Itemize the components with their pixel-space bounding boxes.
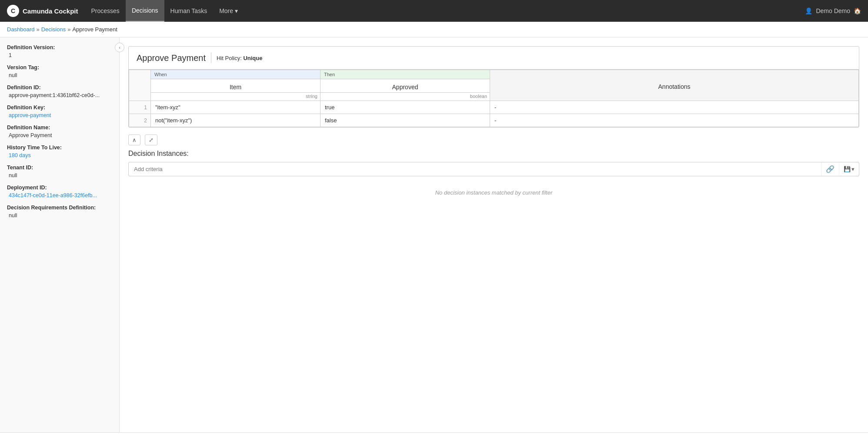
save-dropdown-icon: ▾ [851, 166, 855, 172]
decision-panel: Approve Payment Hit Policy: Unique When … [128, 46, 859, 128]
link-icon: 🔗 [826, 165, 835, 173]
breadcrumb-sep-2: » [67, 26, 70, 33]
definition-version-value: 1 [7, 52, 12, 58]
row-2-item: not("item-xyz") [151, 114, 320, 127]
then-section-header: Then [320, 70, 490, 79]
save-icon: 💾 [844, 166, 851, 172]
deployment-id-label: Deployment ID: [7, 185, 112, 191]
table-row: 2 not("item-xyz") false - [129, 114, 859, 127]
row-num-header [129, 70, 151, 101]
history-ttl-value[interactable]: 180 days [7, 152, 31, 158]
sidebar-field-history-ttl: History Time To Live: 180 days [7, 145, 112, 158]
expand-panel-button[interactable]: ⤢ [145, 135, 157, 145]
definition-id-value: approve-payment:1:4361bf62-ce0d-... [7, 92, 100, 98]
definition-id-label: Definition ID: [7, 84, 112, 91]
footer: Date and Time displayed in local timezon… [0, 432, 868, 434]
collapse-panel-icon: ∧ [132, 137, 137, 143]
hit-policy-divider [211, 53, 211, 63]
collapse-panel-button[interactable]: ∧ [128, 135, 140, 145]
row-1-annotations: - [490, 101, 859, 114]
drd-value: null [7, 212, 17, 219]
sidebar-field-definition-key: Definition Key: approve-payment [7, 104, 112, 118]
row-num-2: 2 [129, 114, 151, 127]
annotations-col-header: Annotations [494, 79, 855, 92]
expand-panel-icon: ⤢ [149, 137, 154, 143]
nav-more[interactable]: More ▾ [213, 0, 244, 22]
definition-version-label: Definition Version: [7, 44, 112, 50]
no-results-message: No decision instances matched by current… [128, 181, 859, 205]
nav-human-tasks[interactable]: Human Tasks [164, 0, 214, 22]
version-tag-label: Version Tag: [7, 64, 112, 71]
hit-policy-key: Hit Policy: [217, 55, 242, 61]
filter-link-button[interactable]: 🔗 [821, 162, 839, 176]
instances-title: Decision Instances: [128, 150, 859, 158]
filter-save-button[interactable]: 💾 ▾ [839, 163, 859, 175]
history-ttl-label: History Time To Live: [7, 145, 112, 151]
tenant-id-label: Tenant ID: [7, 165, 112, 171]
breadcrumb-sep-1: » [37, 26, 40, 33]
instances-section: Decision Instances: 🔗 💾 ▾ No decision in… [128, 150, 859, 205]
user-icon: 👤 [805, 7, 812, 14]
deployment-id-value[interactable]: 434c147f-ce0d-11ee-a986-32f6efb... [7, 192, 97, 198]
user-section: 👤 Demo Demo 🏠 [805, 7, 861, 14]
brand-logo: C Camunda Cockpit [7, 5, 78, 17]
dmn-table: When Then Annotations Item Approved stri… [129, 70, 859, 127]
sidebar-field-drd: Decision Requirements Definition: null [7, 205, 112, 219]
hit-policy: Hit Policy: Unique [217, 55, 262, 61]
row-1-approved: true [320, 101, 490, 114]
item-col-header: Item [151, 79, 320, 93]
table-row: 1 "item-xyz" true - [129, 101, 859, 114]
user-name: Demo Demo [816, 7, 850, 14]
sidebar-field-version-tag: Version Tag: null [7, 64, 112, 78]
definition-key-value[interactable]: approve-payment [7, 112, 51, 118]
home-icon[interactable]: 🏠 [854, 7, 861, 14]
main-container: ‹ Definition Version: 1 Version Tag: nul… [0, 37, 868, 432]
definition-name-label: Definition Name: [7, 124, 112, 131]
sidebar-field-deployment-id: Deployment ID: 434c147f-ce0d-11ee-a986-3… [7, 185, 112, 198]
when-section-header: When [151, 70, 320, 79]
decision-panel-header: Approve Payment Hit Policy: Unique [129, 47, 859, 70]
brand-icon: C [7, 5, 19, 17]
tenant-id-value: null [7, 172, 17, 178]
row-2-approved: false [320, 114, 490, 127]
row-num-1: 1 [129, 101, 151, 114]
brand-name: Camunda Cockpit [23, 7, 78, 15]
breadcrumb-current: Approve Payment [72, 26, 117, 33]
sidebar-collapse-button[interactable]: ‹ [115, 43, 124, 52]
chevron-down-icon: ▾ [235, 7, 238, 14]
row-2-annotations: - [490, 114, 859, 127]
top-navigation: C Camunda Cockpit Processes Decisions Hu… [0, 0, 868, 22]
controls-row: ∧ ⤢ [128, 135, 859, 145]
approved-type: boolean [320, 93, 490, 101]
definition-key-label: Definition Key: [7, 104, 112, 111]
item-type: string [151, 93, 320, 101]
approved-col-header: Approved [320, 79, 490, 93]
annotations-section-header: Annotations [490, 70, 859, 101]
sidebar-field-definition-id: Definition ID: approve-payment:1:4361bf6… [7, 84, 112, 98]
collapse-icon: ‹ [119, 45, 120, 50]
sidebar: ‹ Definition Version: 1 Version Tag: nul… [0, 37, 120, 432]
sidebar-field-definition-version: Definition Version: 1 [7, 44, 112, 58]
breadcrumb-dashboard[interactable]: Dashboard [7, 26, 35, 33]
decision-title: Approve Payment [137, 53, 206, 63]
filter-bar: 🔗 💾 ▾ [128, 162, 859, 176]
sidebar-field-definition-name: Definition Name: Approve Payment [7, 124, 112, 138]
sidebar-field-tenant-id: Tenant ID: null [7, 165, 112, 178]
definition-name-value: Approve Payment [7, 132, 52, 138]
nav-processes[interactable]: Processes [85, 0, 126, 22]
content-area: Approve Payment Hit Policy: Unique When … [120, 37, 868, 432]
drd-label: Decision Requirements Definition: [7, 205, 112, 211]
nav-decisions[interactable]: Decisions [126, 0, 164, 22]
row-1-item: "item-xyz" [151, 101, 320, 114]
breadcrumb: Dashboard » Decisions » Approve Payment [0, 22, 868, 37]
version-tag-value: null [7, 72, 17, 78]
hit-policy-value: Unique [243, 55, 262, 61]
breadcrumb-decisions[interactable]: Decisions [41, 26, 66, 33]
filter-input[interactable] [129, 162, 821, 176]
filter-actions: 🔗 💾 ▾ [821, 162, 859, 176]
